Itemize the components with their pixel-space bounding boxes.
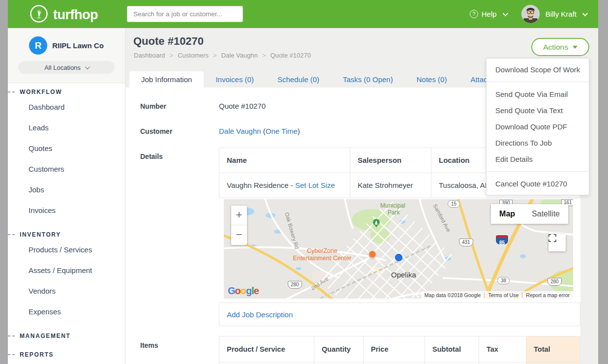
zoom-in-button[interactable]: +	[231, 206, 247, 225]
sidebar-item-leads[interactable]: Leads	[8, 118, 125, 138]
breadcrumb-dashboard[interactable]: Dashboard	[134, 52, 178, 59]
nav-section-workflow: WORKFLOW	[8, 87, 125, 97]
menu-item-download-quote-pdf[interactable]: Download Quote PDF	[486, 119, 589, 135]
customer-value: Dale Vaughn (One Time)	[219, 127, 300, 135]
breadcrumb: Dashboard Customers Dale Vaughn Quote #1…	[134, 52, 311, 59]
brand-logo[interactable]: turfhop	[30, 4, 98, 25]
help-icon	[470, 10, 478, 18]
job-location-map[interactable]: + − Map Satellite Municipal Park	[224, 199, 573, 299]
google-logo[interactable]: Google	[228, 285, 259, 297]
tab-notes[interactable]: Notes (0)	[405, 71, 459, 88]
map-label-opelika: Opelika	[391, 271, 416, 279]
menu-item-edit-details[interactable]: Edit Details	[486, 151, 589, 167]
chevron-down-icon	[502, 10, 508, 16]
sidebar-item-assets-equipment[interactable]: Assets / Equipment	[8, 260, 125, 281]
tab-job-information[interactable]: Job Information	[129, 71, 204, 88]
items-header-total: Total	[526, 336, 580, 362]
breadcrumb-current: Quote #10270	[270, 52, 310, 59]
items-header-product-service: Product / Service	[219, 336, 314, 362]
sidebar-item-customers[interactable]: Customers	[8, 159, 125, 180]
route-shield-15: 15	[448, 200, 460, 208]
tab-tasks[interactable]: Tasks (0 Open)	[331, 71, 405, 88]
number-label: Number	[140, 102, 166, 110]
details-header-salesperson: Salesperson	[350, 148, 431, 173]
zoom-out-button[interactable]: −	[231, 225, 247, 245]
user-name: Billy Kraft	[546, 10, 577, 18]
fullscreen-button[interactable]	[548, 234, 566, 251]
sidebar-item-dashboard[interactable]: Dashboard	[8, 97, 125, 118]
sidebar-item-vendors[interactable]: Vendors	[8, 281, 125, 302]
nav-section-reports: REPORTS	[8, 350, 125, 360]
job-description-box: Add Job Description	[219, 303, 580, 326]
items-header-tax: Tax	[479, 336, 526, 362]
map-view-button[interactable]: Map	[491, 204, 523, 224]
quote-number-value: Quote #10270	[219, 102, 266, 110]
satellite-view-button[interactable]: Satellite	[523, 204, 568, 224]
set-lot-size-link[interactable]: Set Lot Size	[295, 181, 335, 189]
job-location-dot	[395, 254, 402, 261]
sidebar-item-expenses[interactable]: Expenses	[8, 302, 125, 322]
organization-row: R RIIPL Lawn Co	[8, 36, 125, 55]
menu-divider	[486, 82, 589, 82]
route-shield-431: 431	[459, 239, 473, 246]
map-type-control: Map Satellite	[491, 204, 568, 224]
items-header-price: Price	[363, 336, 425, 362]
top-bar: turfhop Help	[8, 0, 598, 28]
nav-section-management: MANAGEMENT	[8, 331, 125, 341]
route-shield-280-right: 280	[547, 278, 562, 286]
details-name-cell: Vaughn Residence - Set Lot Size	[219, 173, 350, 198]
tab-invoices[interactable]: Invoices (0)	[204, 71, 266, 88]
items-label: Items	[140, 341, 158, 349]
route-shield-38: 38	[497, 277, 510, 284]
menu-item-send-quote-via-email[interactable]: Send Quote Via Email	[486, 86, 589, 102]
location-filter-label: All Locations	[44, 64, 81, 71]
add-job-description-link[interactable]: Add Job Description	[227, 310, 293, 319]
search-input[interactable]	[127, 6, 243, 22]
caret-down-icon	[573, 46, 578, 49]
map-label-park: Park	[388, 209, 400, 216]
user-menu[interactable]: Billy Kraft	[521, 5, 586, 23]
help-menu[interactable]: Help	[470, 10, 507, 18]
fullscreen-icon	[548, 234, 556, 242]
menu-item-download-scope-of-work[interactable]: Download Scope Of Work	[486, 61, 589, 78]
map-data-copyright: Map data ©2018 Google	[421, 292, 485, 298]
sidebar: R RIIPL Lawn Co All Locations WORKFLOW D…	[8, 28, 125, 364]
menu-item-cancel-quote[interactable]: Cancel Quote #10270	[486, 176, 589, 192]
items-header-subtotal: Subtotal	[425, 336, 479, 362]
customer-link[interactable]: Dale Vaughn	[219, 127, 261, 135]
chevron-down-icon	[85, 64, 90, 69]
section-dash-icon	[8, 234, 15, 235]
menu-item-send-quote-via-text[interactable]: Send Quote Via Text	[486, 102, 589, 119]
report-map-error-link[interactable]: Report a map error	[522, 292, 573, 298]
turfhop-logo-icon	[30, 4, 48, 25]
sidebar-item-invoices[interactable]: Invoices	[8, 200, 125, 221]
page-title: Quote #10270	[133, 35, 204, 48]
route-shield-i85: 85	[495, 235, 509, 245]
brand-name: turfhop	[53, 7, 98, 23]
help-label: Help	[482, 10, 497, 18]
breadcrumb-customers[interactable]: Customers	[178, 52, 221, 59]
breadcrumb-customer-name[interactable]: Dale Vaughn	[221, 52, 271, 59]
sidebar-nav: WORKFLOW Dashboard Leads Quotes Customer…	[8, 83, 125, 360]
tab-schedule[interactable]: Schedule (0)	[266, 71, 331, 88]
customer-type-link[interactable]: One Time	[266, 127, 298, 135]
sidebar-item-quotes[interactable]: Quotes	[8, 138, 125, 159]
actions-dropdown-menu: Download Scope Of Work Send Quote Via Em…	[486, 58, 589, 195]
map-label-cyberzone-1: CyberZone	[300, 247, 344, 254]
sidebar-item-jobs[interactable]: Jobs	[8, 180, 125, 200]
avatar	[521, 5, 540, 23]
details-header-name: Name	[219, 148, 350, 173]
location-filter-dropdown[interactable]: All Locations	[18, 61, 115, 74]
customer-label: Customer	[140, 127, 172, 135]
menu-item-directions-to-job[interactable]: Directions To Job	[486, 135, 589, 151]
poi-marker-icon	[368, 250, 376, 258]
terms-of-use-link[interactable]: Terms of Use	[484, 292, 522, 298]
menu-divider	[486, 171, 589, 172]
sidebar-item-products-services[interactable]: Products / Services	[8, 240, 125, 260]
organization-logo: R	[29, 36, 47, 55]
actions-button[interactable]: Actions	[531, 38, 589, 56]
main-content: Quote #10270 Dashboard Customers Dale Va…	[125, 28, 598, 364]
map-zoom-control: + −	[231, 206, 247, 245]
section-dash-icon	[8, 91, 15, 92]
section-dash-icon	[8, 335, 15, 336]
